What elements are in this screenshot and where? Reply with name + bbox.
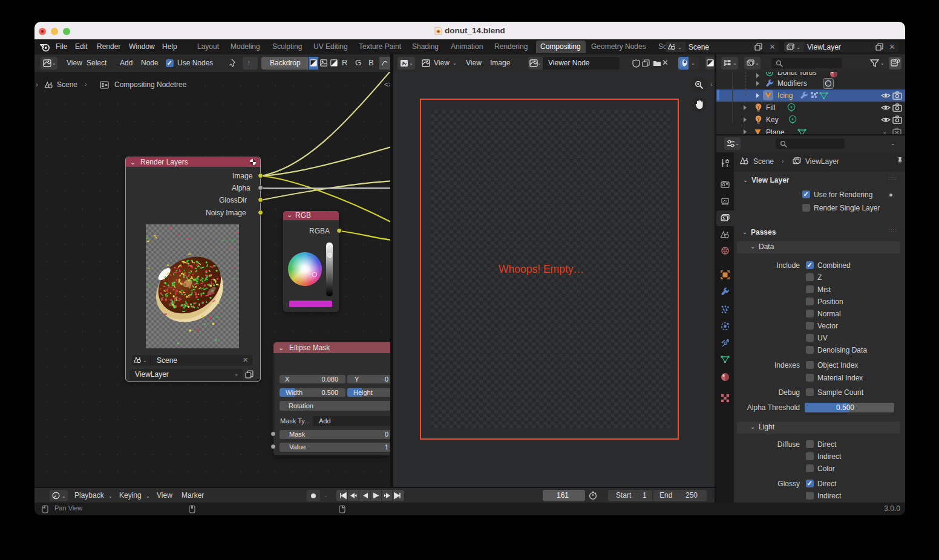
svg-text:T: T	[402, 61, 405, 65]
